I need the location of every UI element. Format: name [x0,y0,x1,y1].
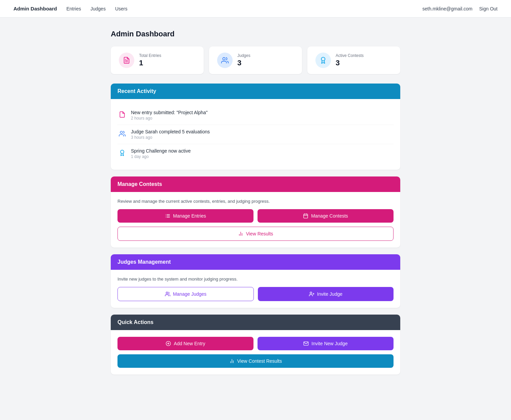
stat-value-entries: 1 [139,59,161,67]
navbar: Admin Dashboard Entries Judges Users set… [0,0,511,18]
quick-actions-btn-row-1: Add New Entry Invite New Judge [117,337,394,350]
stat-icon-contests [315,53,331,68]
add-new-entry-label: Add New Entry [174,341,205,346]
user-icon [165,291,170,297]
activity-item-2: Spring Challenge now active 1 day ago [117,144,394,163]
user-plus-icon [309,291,314,297]
manage-contests-label: Manage Contests [311,213,348,219]
activity-icon-0 [117,110,127,119]
manage-contests-btn-row-1: Manage Entries Manage Contests [117,209,394,223]
svg-point-20 [310,292,312,294]
view-results-label: View Results [246,231,273,236]
manage-contests-desc: Review and manage the current active con… [117,199,394,204]
activity-time-2: 1 day ago [131,154,191,159]
recent-activity-header: Recent Activity [111,84,400,99]
stat-card-entries: Total Entries 1 [111,46,204,74]
stat-value-judges: 3 [237,59,250,67]
invite-new-judge-button[interactable]: Invite New Judge [258,337,394,350]
manage-contests-section: Manage Contests Review and manage the cu… [111,176,400,248]
stat-label-judges: Judges [237,53,250,58]
nav-right: seth.mkline@gmail.com Sign Out [422,6,498,11]
signout-button[interactable]: Sign Out [479,6,498,11]
activity-item-1: Judge Sarah completed 5 evaluations 3 ho… [117,125,394,144]
activity-icon-2 [117,148,127,158]
stat-label-entries: Total Entries [139,53,161,58]
recent-activity-section: Recent Activity New entry submitted: "Pr… [111,84,400,170]
mail-icon [303,341,309,346]
quick-actions-body: Add New Entry Invite New Judge View Cont… [111,330,400,375]
manage-judges-button[interactable]: Manage Judges [117,287,254,301]
activity-icon-1 [117,129,127,138]
judges-management-body: Invite new judges to the system and moni… [111,270,400,308]
quick-actions-btn-row-2: View Contest Results [117,354,394,368]
stat-info-entries: Total Entries 1 [139,53,161,67]
judges-management-section: Judges Management Invite new judges to t… [111,254,400,308]
quick-actions-header: Quick Actions [111,315,400,330]
svg-point-19 [166,292,168,294]
view-results-button[interactable]: View Results [117,227,394,241]
stat-icon-judges [217,53,233,68]
manage-contests-body: Review and manage the current active con… [111,192,400,248]
nav-link-entries[interactable]: Entries [66,6,81,11]
activity-time-0: 2 hours ago [131,116,208,121]
activity-text-0: New entry submitted: "Project Alpha" [131,110,208,115]
judges-management-btn-row: Manage Judges Invite Judge [117,287,394,301]
nav-link-users[interactable]: Users [115,6,128,11]
add-new-entry-button[interactable]: Add New Entry [117,337,253,350]
stat-info-judges: Judges 3 [237,53,250,67]
chart-icon [238,231,243,236]
svg-point-2 [223,58,225,60]
nav-user-email: seth.mkline@gmail.com [422,6,473,11]
nav-left: Admin Dashboard Entries Judges Users [13,6,127,11]
manage-entries-label: Manage Entries [173,213,206,219]
main-content: Admin Dashboard Total Entries 1 [104,18,407,401]
invite-new-judge-label: Invite New Judge [311,341,347,346]
manage-judges-label: Manage Judges [173,291,207,297]
activity-item-0: New entry submitted: "Project Alpha" 2 h… [117,106,394,125]
nav-link-judges[interactable]: Judges [91,6,106,11]
manage-contests-header: Manage Contests [111,176,400,192]
list-icon [165,213,170,219]
manage-contests-btn-row-2: View Results [117,227,394,241]
manage-contests-button[interactable]: Manage Contests [258,209,394,223]
activity-time-1: 3 hours ago [131,135,210,140]
svg-rect-12 [304,214,308,218]
recent-activity-body: New entry submitted: "Project Alpha" 2 h… [111,99,400,170]
invite-judge-button[interactable]: Invite Judge [258,287,394,301]
stat-card-contests: Active Contests 3 [307,46,400,74]
plus-circle-icon [166,341,171,346]
stat-info-contests: Active Contests 3 [336,53,364,67]
manage-entries-button[interactable]: Manage Entries [117,209,253,223]
invite-judge-label: Invite Judge [317,291,343,297]
svg-point-4 [120,131,123,134]
stat-card-judges: Judges 3 [209,46,302,74]
view-contest-results-label: View Contest Results [237,358,282,364]
judges-management-header: Judges Management [111,254,400,270]
stat-cards: Total Entries 1 Judges 3 [111,46,400,74]
calendar-icon [303,213,308,219]
judges-management-desc: Invite new judges to the system and moni… [117,277,394,282]
bar-chart-icon [229,358,235,364]
stat-icon-entries [119,53,134,68]
activity-text-1: Judge Sarah completed 5 evaluations [131,129,210,134]
stat-value-contests: 3 [336,59,364,67]
nav-brand: Admin Dashboard [13,6,57,11]
activity-text-2: Spring Challenge now active [131,148,191,154]
page-title: Admin Dashboard [111,30,400,38]
stat-label-contests: Active Contests [336,53,364,58]
quick-actions-section: Quick Actions Add New Entry Invite New J… [111,315,400,375]
view-contest-results-button[interactable]: View Contest Results [117,354,394,368]
